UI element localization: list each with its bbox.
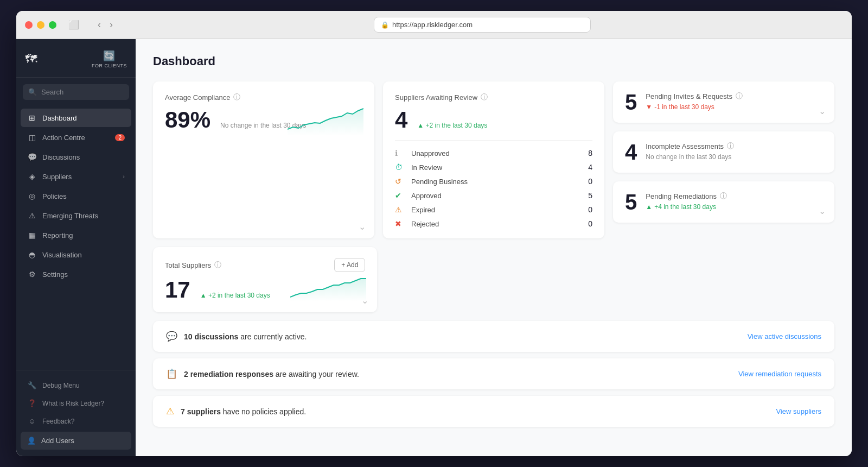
review-card-header: Suppliers Awaiting Review ⓘ 4 ▲ +2 in th… bbox=[383, 81, 604, 140]
sidebar-item-reporting[interactable]: ▦ Reporting bbox=[21, 226, 131, 244]
search-input[interactable]: 🔍 Search bbox=[23, 84, 129, 100]
client-label: FOR CLIENTS bbox=[92, 63, 127, 68]
approved-label: Approved bbox=[411, 192, 588, 200]
unapproved-icon: ℹ bbox=[395, 149, 406, 157]
right-cards-column: 5 Pending Invites & Requests ⓘ ▼ -1 in t… bbox=[613, 81, 834, 238]
back-button[interactable]: ‹ bbox=[95, 18, 103, 31]
pending-remediations-expand-icon[interactable]: ⌄ bbox=[819, 206, 826, 216]
sidebar-item-label: Dashboard bbox=[42, 114, 77, 122]
search-icon: 🔍 bbox=[28, 88, 37, 96]
sidebar-item-suppliers[interactable]: ◈ Suppliers › bbox=[21, 167, 131, 186]
sidebar-item-policies[interactable]: ◎ Policies bbox=[21, 187, 131, 205]
rejected-count: 0 bbox=[588, 219, 592, 228]
sidebar-item-action-centre[interactable]: ◫ Action Centre 2 bbox=[21, 128, 131, 147]
visualisation-icon: ◓ bbox=[27, 250, 37, 259]
review-value: 4 bbox=[395, 109, 407, 131]
sidebar-item-settings[interactable]: ⚙ Settings bbox=[21, 265, 131, 283]
pending-invites-value: 5 bbox=[625, 91, 637, 113]
incomplete-assessments-help-icon[interactable]: ⓘ bbox=[727, 141, 734, 151]
sidebar-item-discussions[interactable]: 💬 Discussions bbox=[21, 148, 131, 166]
sidebar-footer: 🔧 Debug Menu ❓ What is Risk Ledger? ☺ Fe… bbox=[16, 370, 136, 456]
approved-icon: ✔ bbox=[395, 191, 406, 200]
app-logo: 🗺 bbox=[25, 52, 37, 66]
pending-business-icon: ↺ bbox=[395, 177, 406, 186]
compliance-chart bbox=[288, 103, 363, 136]
sidebar-nav: ⊞ Dashboard ◫ Action Centre 2 💬 Discussi… bbox=[16, 106, 136, 370]
close-button[interactable] bbox=[25, 21, 33, 29]
view-suppliers-link[interactable]: View suppliers bbox=[776, 407, 821, 415]
add-users-icon: 👤 bbox=[27, 437, 36, 445]
total-suppliers-help-icon[interactable]: ⓘ bbox=[214, 260, 221, 270]
discussions-alert-text: 10 discussions are currently active. bbox=[184, 332, 748, 341]
help-icon: ❓ bbox=[27, 399, 37, 407]
address-bar[interactable]: 🔒 https://app.riskledger.com bbox=[374, 17, 591, 33]
in-review-label: In Review bbox=[411, 163, 588, 172]
discussions-alert: 💬 10 discussions are currently active. V… bbox=[153, 321, 834, 352]
review-row-rejected: ✖ Rejected 0 bbox=[395, 217, 592, 231]
action-centre-icon: ◫ bbox=[27, 133, 37, 142]
sidebar-item-visualisation[interactable]: ◓ Visualisation bbox=[21, 245, 131, 264]
suppliers-alert-text: 7 suppliers have no policies applied. bbox=[181, 407, 776, 416]
policies-icon: ◎ bbox=[27, 192, 37, 200]
sidebar: 🗺 🔄 FOR CLIENTS 🔍 Search ⊞ Dashboard bbox=[16, 39, 136, 456]
debug-icon: 🔧 bbox=[27, 381, 37, 389]
lock-icon: 🔒 bbox=[381, 21, 389, 29]
maximize-button[interactable] bbox=[49, 21, 56, 29]
debug-menu-item[interactable]: 🔧 Debug Menu bbox=[21, 377, 131, 394]
pending-invites-expand-icon[interactable]: ⌄ bbox=[819, 106, 826, 116]
pending-remediations-info: Pending Remediations ⓘ ▲ +4 in the last … bbox=[646, 191, 822, 211]
sidebar-toggle-button[interactable]: ⬜ bbox=[65, 18, 82, 31]
pending-remediations-change: ▲ +4 in the last 30 days bbox=[646, 203, 822, 211]
total-suppliers-expand-icon[interactable]: ⌄ bbox=[361, 295, 368, 306]
suppliers-no-policy-alert: ⚠ 7 suppliers have no policies applied. … bbox=[153, 396, 834, 427]
review-change: ▲ +2 in the last 30 days bbox=[417, 122, 487, 129]
feedback-item[interactable]: ☺ Feedback? bbox=[21, 413, 131, 430]
emerging-threats-icon: ⚠ bbox=[27, 211, 37, 220]
add-users-label: Add Users bbox=[41, 437, 74, 445]
sidebar-search-area: 🔍 Search bbox=[16, 78, 136, 106]
what-is-risk-ledger-item[interactable]: ❓ What is Risk Ledger? bbox=[21, 395, 131, 412]
add-users-button[interactable]: 👤 Add Users bbox=[21, 432, 131, 450]
pending-remediations-help-icon[interactable]: ⓘ bbox=[720, 191, 727, 201]
minimize-button[interactable] bbox=[37, 21, 44, 29]
pending-invites-info: Pending Invites & Requests ⓘ ▼ -1 in the… bbox=[646, 91, 822, 111]
reporting-icon: ▦ bbox=[27, 231, 37, 239]
url-text: https://app.riskledger.com bbox=[392, 21, 473, 29]
review-help-icon[interactable]: ⓘ bbox=[481, 92, 488, 102]
unapproved-count: 8 bbox=[588, 149, 592, 157]
pending-invites-help-icon[interactable]: ⓘ bbox=[736, 91, 743, 101]
footer-item-label: Feedback? bbox=[42, 418, 74, 425]
footer-item-label: Debug Menu bbox=[42, 382, 80, 389]
settings-icon: ⚙ bbox=[27, 270, 37, 279]
sidebar-item-label: Visualisation bbox=[42, 251, 82, 259]
forward-button[interactable]: › bbox=[107, 18, 115, 31]
discussions-icon: 💬 bbox=[27, 153, 37, 161]
view-remediation-requests-link[interactable]: View remediation requests bbox=[738, 370, 821, 378]
sidebar-item-emerging-threats[interactable]: ⚠ Emerging Threats bbox=[21, 206, 131, 225]
expired-label: Expired bbox=[411, 206, 588, 214]
total-suppliers-change: ▲ +2 in the last 30 days bbox=[200, 292, 270, 299]
review-row-expired: ⚠ Expired 0 bbox=[395, 203, 592, 217]
view-active-discussions-link[interactable]: View active discussions bbox=[748, 332, 821, 340]
client-toggle-button[interactable]: 🔄 FOR CLIENTS bbox=[92, 50, 127, 68]
rejected-icon: ✖ bbox=[395, 219, 406, 228]
average-compliance-card: Average Compliance ⓘ 89% No change in th… bbox=[153, 81, 374, 238]
pending-business-label: Pending Business bbox=[411, 178, 588, 186]
incomplete-assessments-card: 4 Incomplete Assessments ⓘ No change in … bbox=[613, 131, 834, 173]
spacer bbox=[386, 247, 834, 312]
compliance-help-icon[interactable]: ⓘ bbox=[233, 92, 240, 102]
expired-icon: ⚠ bbox=[395, 205, 406, 214]
pending-remediations-card: 5 Pending Remediations ⓘ ▲ +4 in the las… bbox=[613, 181, 834, 223]
rejected-label: Rejected bbox=[411, 220, 588, 228]
incomplete-assessments-change: No change in the last 30 days bbox=[646, 153, 822, 161]
sidebar-item-dashboard[interactable]: ⊞ Dashboard bbox=[21, 109, 131, 127]
compliance-expand-icon[interactable]: ⌄ bbox=[359, 222, 366, 232]
pending-business-count: 0 bbox=[588, 177, 592, 186]
sidebar-item-label: Emerging Threats bbox=[42, 212, 98, 220]
traffic-lights bbox=[25, 21, 56, 29]
review-table: ℹ Unapproved 8 ⏱ In Review 4 ↺ bbox=[383, 141, 604, 238]
in-review-count: 4 bbox=[588, 163, 592, 172]
discussions-alert-icon: 💬 bbox=[166, 331, 177, 342]
remediation-alert-icon: 📋 bbox=[166, 368, 177, 380]
compliance-value: 89% bbox=[165, 109, 210, 131]
